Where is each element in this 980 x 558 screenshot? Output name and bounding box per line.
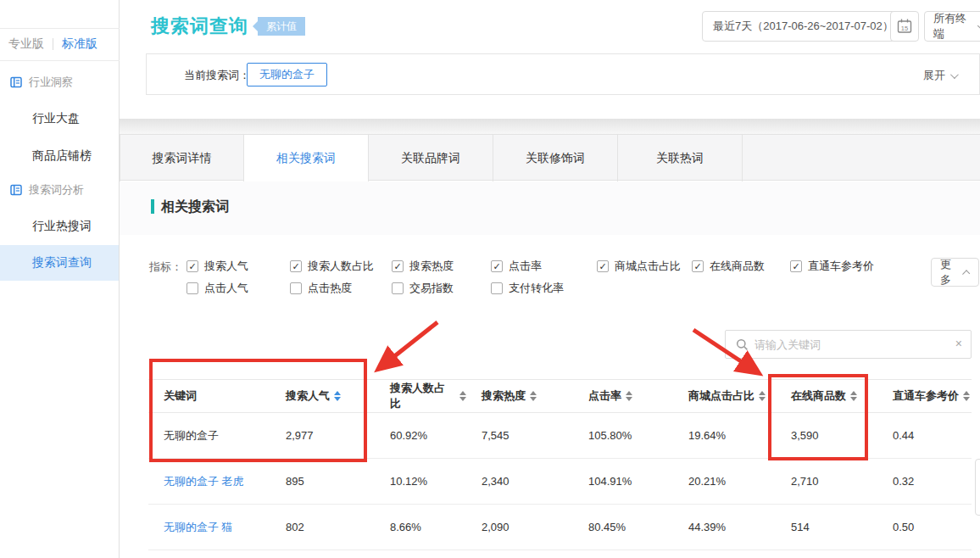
sort-icon[interactable] [759,391,766,401]
value-cell: 0.32 [877,475,972,488]
checkbox-checked-icon[interactable] [597,260,609,272]
keyword-link[interactable]: 无聊的盒子 猫 [164,520,233,535]
version-tab-pro[interactable]: 专业版 [0,36,53,52]
expand-label: 展开 [923,68,945,83]
value-cell: 2,710 [776,475,877,488]
metric-checkbox-mall-click-ratio[interactable]: 商城点击占比 [597,259,681,274]
column-header-ztc-ref-price: 直通车参考价 [893,388,959,404]
column-header-mall-click-ratio: 商城点击占比 [688,388,754,404]
cumulative-badge: 累计值 [258,17,305,36]
sidebar-group-label: 搜索词分析 [29,182,84,198]
checkbox-checked-icon[interactable] [790,260,802,272]
sidebar-group-search-analysis[interactable]: 搜索词分析 [10,182,84,198]
expand-toggle[interactable]: 展开 [923,68,956,83]
metric-label: 点击率 [509,259,542,274]
metric-checkbox-online-products[interactable]: 在线商品数 [692,259,765,274]
sidebar-group-industry-insight[interactable]: 行业洞察 [10,75,73,90]
checkbox-unchecked-icon[interactable] [392,282,404,294]
sort-icon[interactable] [334,391,341,401]
checkbox-unchecked-icon[interactable] [187,282,198,294]
sidebar-item-search-query[interactable]: 搜索词查询 [32,255,92,271]
related-search-table: 关键词 搜索人气 搜索人数占比 搜索热度 点击率 商城点击占比 在线商品数 直通… [148,379,972,550]
ledger-icon [10,184,22,196]
metric-checkbox-click-rate[interactable]: 点击率 [491,259,542,274]
chevron-up-icon [962,270,970,277]
sidebar-item-industry-market[interactable]: 行业大盘 [32,111,80,126]
value-cell: 895 [270,475,375,488]
tab-related-hot-terms[interactable]: 关联热词 [618,135,743,181]
terminal-filter-dropdown[interactable]: 所有终端 [924,11,980,42]
sort-icon[interactable] [963,391,970,401]
sidebar-item-product-shop-rank[interactable]: 商品店铺榜 [32,148,92,164]
value-cell: 10.12% [375,475,466,488]
divider [120,119,980,134]
column-header-search-popularity: 搜索人气 [286,388,330,404]
column-header-click-rate: 点击率 [588,388,621,404]
sidebar-item-hot-search[interactable]: 行业热搜词 [32,219,92,234]
keyword-search-box: × [725,330,972,359]
sort-icon[interactable] [850,391,857,401]
metric-label: 搜索热度 [409,259,454,274]
sort-icon[interactable] [626,391,632,401]
checkbox-checked-icon[interactable] [290,260,302,272]
value-cell: 802 [270,521,375,533]
metric-checkbox-search-popularity[interactable]: 搜索人气 [187,259,248,274]
table-row: 无聊的盒子 2,977 60.92% 7,545 105.80% 19.64% … [148,413,972,459]
sort-icon[interactable] [530,391,537,401]
checkbox-checked-icon[interactable] [392,260,404,272]
metrics-label: 指标： [149,259,182,275]
checkbox-unchecked-icon[interactable] [491,282,503,294]
metric-checkbox-click-heat[interactable]: 点击热度 [290,281,352,296]
metric-checkbox-transaction-index[interactable]: 交易指数 [392,281,454,296]
value-cell: 44.39% [673,521,776,533]
tab-related-brand-terms[interactable]: 关联品牌词 [369,135,493,181]
checkbox-unchecked-icon[interactable] [290,282,302,294]
calendar-button[interactable]: 15 [890,11,919,42]
metric-label: 商城点击占比 [615,259,681,274]
section-band [120,181,980,235]
value-cell: 0.44 [877,429,972,442]
metric-checkbox-search-heat[interactable]: 搜索热度 [392,259,454,274]
tab-related-search-terms[interactable]: 相关搜索词 [244,135,369,182]
keyword-link[interactable]: 无聊的盒子 老虎 [164,474,244,489]
more-metrics-button[interactable]: 更多 [931,258,979,287]
checkbox-checked-icon[interactable] [692,260,704,272]
version-switcher: 专业版 标准版 [0,28,120,61]
date-range-button[interactable]: 最近7天（2017-06-26~2017-07-02） [702,11,905,42]
value-cell: 105.80% [573,429,673,442]
metric-checkbox-payment-conversion[interactable]: 支付转化率 [491,281,564,296]
metric-checkbox-click-popularity[interactable]: 点击人气 [187,281,248,296]
version-tab-standard[interactable]: 标准版 [53,36,106,52]
tab-search-term-detail[interactable]: 搜索词详情 [120,135,244,181]
metric-label: 在线商品数 [710,259,765,274]
metric-label: 点击热度 [308,281,352,296]
search-icon [736,338,749,351]
keyword-search-input[interactable] [754,332,949,357]
sidebar-group-label: 行业洞察 [29,75,73,90]
metric-checkbox-searcher-ratio[interactable]: 搜索人数占比 [290,259,374,274]
metric-label: 交易指数 [409,281,454,296]
value-cell: 2,090 [466,521,573,533]
value-cell: 3,590 [776,429,877,442]
annotation-arrow [381,322,437,367]
clear-icon[interactable]: × [955,337,962,350]
value-cell: 80.45% [573,521,673,533]
value-cell: 7,545 [466,429,573,442]
metric-label: 直通车参考价 [808,259,874,274]
value-cell: 8.66% [375,521,466,533]
checkbox-checked-icon[interactable] [187,260,198,272]
checkbox-checked-icon[interactable] [491,260,503,272]
value-cell: 20.21% [673,475,776,488]
value-cell: 19.64% [673,429,776,442]
keyword-cell: 无聊的盒子 [164,428,219,444]
metric-label: 支付转化率 [509,281,564,296]
column-header-keyword: 关键词 [164,388,197,404]
table-header-row: 关键词 搜索人气 搜索人数占比 搜索热度 点击率 商城点击占比 在线商品数 直通… [148,379,972,413]
current-search-keyword-chip[interactable]: 无聊的盒子 [247,63,327,86]
tab-related-modifier-terms[interactable]: 关联修饰词 [493,135,618,181]
column-header-searcher-ratio: 搜索人数占比 [390,381,455,411]
value-cell: 0.50 [877,521,972,533]
sort-icon[interactable] [459,391,466,401]
table-row: 无聊的盒子 猫 802 8.66% 2,090 80.45% 44.39% 51… [148,505,972,550]
metric-checkbox-ztc-ref-price[interactable]: 直通车参考价 [790,259,874,274]
